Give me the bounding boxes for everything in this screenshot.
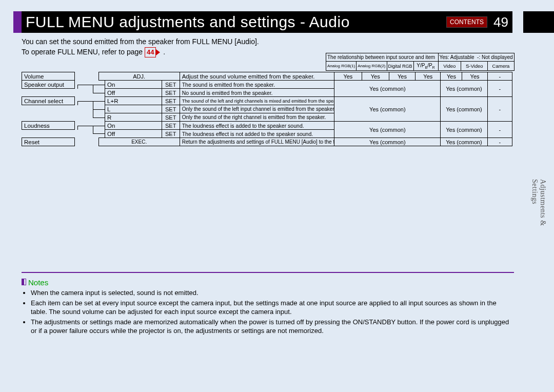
set: SET bbox=[162, 97, 180, 105]
row-reset-desc: Return the adjustments and settings of F… bbox=[180, 138, 334, 146]
note-item: Each item can be set at every input sour… bbox=[31, 299, 514, 317]
set: SET bbox=[162, 122, 180, 130]
divider bbox=[22, 272, 514, 273]
page-number: 49 bbox=[493, 14, 508, 30]
opt: R bbox=[105, 113, 162, 122]
set: SET bbox=[162, 113, 180, 122]
src-dash: - bbox=[487, 138, 512, 146]
page-title: FULL MENU adjustments and settings - Aud… bbox=[26, 13, 350, 31]
src-dash: - bbox=[487, 97, 512, 122]
src-common: Yes (common) bbox=[334, 81, 441, 97]
note-item: When the camera input is selected, sound… bbox=[31, 288, 514, 298]
header-right: CONTENTS 49 bbox=[446, 14, 508, 30]
intro-line-2: To operate FULL MENU, refer to page 44 . bbox=[22, 47, 259, 57]
settings-table-wrap: Volume ADJ. Adjust the sound volume emit… bbox=[22, 72, 512, 146]
header-bar: FULL MENU adjustments and settings - Aud… bbox=[22, 11, 512, 33]
src-common: Yes (common) bbox=[441, 138, 487, 146]
row-volume-type: ADJ. bbox=[98, 72, 180, 81]
header-extension bbox=[523, 11, 554, 33]
rel-col: Analog RGB(2) bbox=[357, 62, 387, 71]
opt: L bbox=[105, 105, 162, 113]
notes-list: When the camera input is selected, sound… bbox=[22, 288, 514, 336]
src-val: Yes bbox=[362, 72, 389, 81]
src-val: Yes bbox=[389, 72, 415, 81]
rel-col: S-Video bbox=[461, 62, 488, 71]
set: SET bbox=[162, 105, 180, 113]
rel-col: Analog RGB(1) bbox=[326, 62, 357, 71]
rel-col: Y/PB/PR bbox=[413, 62, 438, 71]
row-speaker-label: Speaker output bbox=[22, 81, 75, 89]
contents-button[interactable]: CONTENTS bbox=[446, 16, 487, 28]
rel-col: Camera bbox=[488, 62, 514, 71]
row-loudness-label: Loudness bbox=[22, 122, 75, 130]
rel-col: Video bbox=[438, 62, 461, 71]
set: SET bbox=[162, 89, 180, 97]
accent-bar bbox=[13, 11, 22, 33]
desc: Only the sound of the left input channel… bbox=[180, 105, 334, 113]
src-common: Yes (common) bbox=[441, 97, 487, 122]
rel-col: Digital RGB bbox=[387, 62, 413, 71]
row-reset-label: Reset bbox=[22, 138, 75, 146]
row-volume-label: Volume bbox=[22, 72, 75, 81]
desc: The loudness effect is added to the spea… bbox=[180, 122, 334, 130]
intro-text: You can set the sound emitted from the s… bbox=[22, 37, 259, 57]
notes-header: Notes bbox=[22, 278, 514, 287]
opt: Off bbox=[105, 130, 162, 138]
src-val: Yes bbox=[462, 72, 487, 81]
src-dash: - bbox=[487, 81, 512, 97]
row-channel-label: Channel select bbox=[22, 97, 75, 105]
note-item: The adjustments or settings made are mem… bbox=[31, 318, 514, 336]
src-common: Yes (common) bbox=[441, 81, 487, 97]
src-common: Yes (common) bbox=[334, 122, 441, 138]
desc: Only the sound of the right channel is e… bbox=[180, 113, 334, 122]
src-dash: - bbox=[487, 122, 512, 138]
desc: The sound of the left and right channels… bbox=[180, 97, 334, 105]
rel-caption: The relationship between input source an… bbox=[326, 53, 439, 62]
row-reset-type: EXEC. bbox=[98, 138, 180, 146]
section-tab: Adjustments &Settings bbox=[523, 164, 554, 241]
relationship-table: The relationship between input source an… bbox=[326, 53, 515, 71]
desc: No sound is emitted from the speaker. bbox=[180, 89, 334, 97]
set: SET bbox=[162, 130, 180, 138]
opt: Off bbox=[105, 89, 162, 97]
intro-line-1: You can set the sound emitted from the s… bbox=[22, 37, 259, 47]
src-val: Yes bbox=[416, 72, 441, 81]
row-volume-desc: Adjust the sound volume emitted from the… bbox=[180, 72, 334, 81]
src-common: Yes (common) bbox=[441, 122, 487, 138]
src-common: Yes (common) bbox=[334, 138, 441, 146]
desc: The loudness effect is not added to the … bbox=[180, 130, 334, 138]
src-val: - bbox=[487, 72, 512, 81]
opt: On bbox=[105, 81, 162, 89]
page-ref-link[interactable]: 44 bbox=[145, 47, 156, 57]
rel-legend: Yes: Adjustable -: Not displayed bbox=[438, 53, 514, 62]
src-common: Yes (common) bbox=[334, 97, 441, 122]
opt: L+R bbox=[105, 97, 162, 105]
section-tab-text: Adjustments &Settings bbox=[530, 179, 547, 226]
src-val: Yes bbox=[441, 72, 462, 81]
notes-section: Notes When the camera input is selected,… bbox=[22, 278, 514, 337]
src-val: Yes bbox=[334, 72, 362, 81]
desc: The sound is emitted from the speaker. bbox=[180, 81, 334, 89]
settings-table: Volume ADJ. Adjust the sound volume emit… bbox=[22, 72, 512, 146]
set: SET bbox=[162, 81, 180, 89]
opt: On bbox=[105, 122, 162, 130]
